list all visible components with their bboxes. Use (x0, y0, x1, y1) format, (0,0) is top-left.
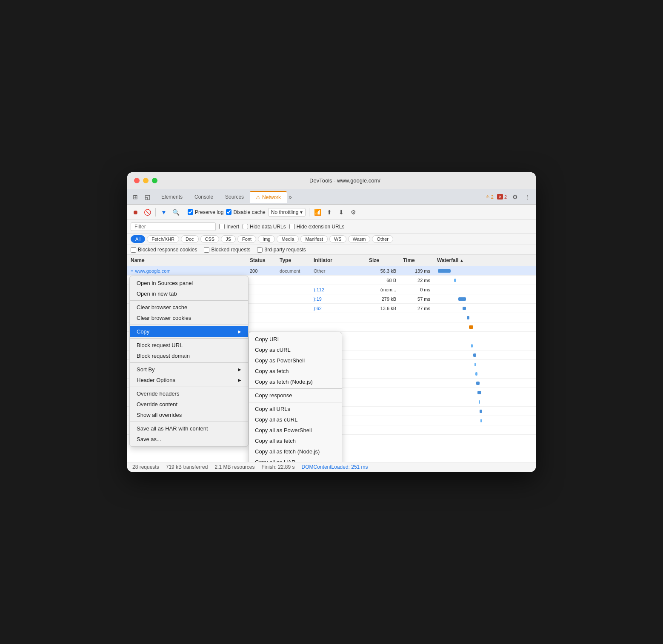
warning-icon: ⚠ (256, 194, 260, 200)
table-body: ≡ www.google.com 200 document Other 56.3… (127, 266, 536, 462)
menu-header-options[interactable]: Header Options ▶ (130, 375, 248, 385)
menu-clear-cache[interactable]: Clear browser cache (130, 302, 248, 313)
chevron-right-icon: ▶ (238, 367, 241, 372)
menu-copy-fetch[interactable]: Copy as fetch (249, 366, 342, 376)
tab-bar-icons: ⊞ ◱ (131, 192, 152, 202)
menu-block-url[interactable]: Block request URL (130, 340, 248, 350)
tab-bar-right: ⚠ 2 ✕ 2 ⚙ ⋮ (486, 192, 532, 202)
throttle-select[interactable]: No throttling ▾ (268, 208, 306, 217)
third-party-requests-label[interactable]: 3rd-party requests (257, 247, 306, 253)
chip-img[interactable]: Img (258, 235, 275, 243)
inspect-icon[interactable]: ⊞ (131, 192, 140, 202)
menu-open-new-tab[interactable]: Open in new tab (130, 288, 248, 299)
col-name[interactable]: Name (127, 256, 246, 264)
menu-sort-by[interactable]: Sort By ▶ (130, 364, 248, 375)
preserve-log-checkbox[interactable]: Preserve log (188, 209, 223, 215)
upload-icon[interactable]: ⬆ (325, 208, 334, 217)
menu-copy-all-urls[interactable]: Copy all URLs (249, 404, 342, 414)
col-status[interactable]: Status (246, 256, 276, 264)
col-size[interactable]: Size (366, 256, 400, 264)
tab-network[interactable]: ⚠ Network (250, 191, 287, 203)
filter-input[interactable] (131, 222, 216, 231)
toolbar-separator-3 (309, 208, 309, 217)
blocked-requests-label[interactable]: Blocked requests (204, 247, 250, 253)
menu-separator (130, 338, 248, 339)
menu-copy-url[interactable]: Copy URL (249, 334, 342, 345)
menu-separator (130, 362, 248, 363)
table-row[interactable]: ≡ www.google.com 200 document Other 56.3… (127, 266, 536, 276)
tab-sources[interactable]: Sources (219, 191, 250, 202)
hide-extension-urls-checkbox[interactable]: Hide extension URLs (289, 224, 345, 230)
menu-copy-response[interactable]: Copy response (249, 390, 342, 401)
wifi-icon[interactable]: 📶 (313, 208, 322, 217)
disable-cache-checkbox[interactable]: Disable cache (226, 209, 265, 215)
submenu-wrapper: Copy URL Copy as cURL Copy as PowerShell… (249, 332, 342, 462)
menu-save-har[interactable]: Save all as HAR with content (130, 423, 248, 434)
device-icon[interactable]: ◱ (143, 192, 152, 202)
menu-copy-powershell[interactable]: Copy as PowerShell (249, 355, 342, 366)
warning-icon: ⚠ (486, 194, 490, 199)
minimize-button[interactable] (143, 178, 149, 183)
col-initiator[interactable]: Initiator (310, 256, 366, 264)
menu-separator (130, 422, 248, 422)
menu-clear-cookies[interactable]: Clear browser cookies (130, 313, 248, 323)
chip-all[interactable]: All (131, 235, 145, 243)
tab-more-button[interactable]: » (289, 194, 292, 200)
menu-copy-all-har[interactable]: Copy all as HAR (249, 457, 342, 462)
settings-icon[interactable]: ⚙ (510, 192, 520, 202)
col-type[interactable]: Type (276, 256, 310, 264)
finish-time: Finish: 22.89 s (261, 464, 294, 470)
menu-copy-curl[interactable]: Copy as cURL (249, 345, 342, 355)
checkbox-row: Blocked response cookies Blocked request… (127, 245, 536, 255)
filter-icon[interactable]: ▼ (159, 208, 169, 217)
chevron-right-icon: ▶ (238, 329, 241, 334)
chip-wasm[interactable]: Wasm (348, 235, 371, 243)
copy-submenu: Copy URL Copy as cURL Copy as PowerShell… (249, 332, 342, 462)
network-settings-icon[interactable]: ⚙ (349, 208, 358, 217)
tab-elements[interactable]: Elements (155, 191, 189, 202)
warning-badge: ⚠ 2 (486, 194, 494, 199)
maximize-button[interactable] (152, 178, 157, 183)
chip-media[interactable]: Media (277, 235, 299, 243)
hide-data-urls-checkbox[interactable]: Hide data URLs (243, 224, 286, 230)
menu-override-content[interactable]: Override content (130, 399, 248, 410)
tab-console[interactable]: Console (189, 191, 219, 202)
col-time[interactable]: Time (400, 256, 434, 264)
menu-copy-all-fetch[interactable]: Copy all as fetch (249, 436, 342, 446)
invert-checkbox[interactable]: Invert (219, 224, 239, 230)
menu-open-sources[interactable]: Open in Sources panel (130, 278, 248, 288)
close-button[interactable] (134, 178, 140, 183)
menu-show-overrides[interactable]: Show all overrides (130, 410, 248, 420)
chip-ws[interactable]: WS (329, 235, 346, 243)
menu-copy-fetch-nodejs[interactable]: Copy as fetch (Node.js) (249, 376, 342, 387)
chip-css[interactable]: CSS (200, 235, 220, 243)
menu-copy-all-powershell[interactable]: Copy all as PowerShell (249, 425, 342, 436)
chip-other[interactable]: Other (372, 235, 393, 243)
chip-fetch-xhr[interactable]: Fetch/XHR (147, 235, 179, 243)
menu-block-domain[interactable]: Block request domain (130, 350, 248, 361)
menu-copy-all-curl[interactable]: Copy all as cURL (249, 414, 342, 425)
devtools-window: DevTools - www.google.com/ ⊞ ◱ Elements … (127, 172, 536, 472)
tab-bar: ⊞ ◱ Elements Console Sources ⚠ Network »… (127, 189, 536, 205)
menu-override-headers[interactable]: Override headers (130, 388, 248, 399)
chip-doc[interactable]: Doc (181, 235, 199, 243)
menu-separator (249, 402, 342, 402)
menu-copy[interactable]: Copy ▶ (130, 326, 248, 337)
resources-size: 2.1 MB resources (214, 464, 254, 470)
context-menu-overlay: Open in Sources panel Open in new tab Cl… (129, 276, 249, 447)
download-icon[interactable]: ⬇ (337, 208, 346, 217)
chip-font[interactable]: Font (237, 235, 256, 243)
menu-save-as[interactable]: Save as... (130, 434, 248, 445)
chevron-down-icon: ▾ (300, 209, 303, 215)
blocked-response-cookies-label[interactable]: Blocked response cookies (131, 247, 197, 253)
col-waterfall[interactable]: Waterfall (434, 256, 536, 264)
search-icon[interactable]: 🔍 (171, 208, 180, 217)
chip-js[interactable]: JS (221, 235, 236, 243)
chip-manifest[interactable]: Manifest (300, 235, 328, 243)
clear-button[interactable]: 🚫 (143, 208, 152, 217)
menu-separator (130, 300, 248, 301)
error-icon: ✕ (497, 194, 503, 199)
more-options-icon[interactable]: ⋮ (523, 192, 532, 202)
stop-recording-button[interactable]: ⏺ (131, 208, 140, 217)
menu-copy-all-fetch-nodejs[interactable]: Copy all as fetch (Node.js) (249, 446, 342, 457)
